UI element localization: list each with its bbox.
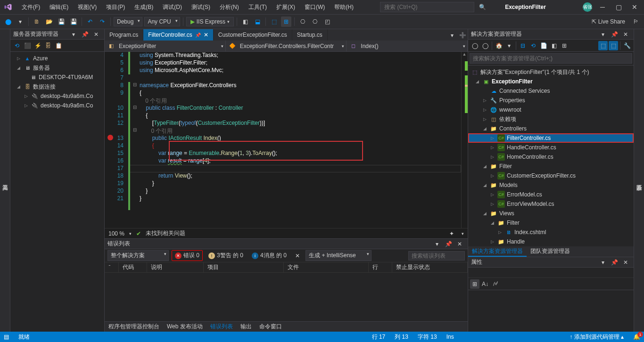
nav-project[interactable]: ◧ExceptionFilter	[105, 41, 226, 51]
redo-icon[interactable]: ↷	[97, 16, 107, 27]
save-all-icon[interactable]: 💾	[68, 16, 79, 27]
panel-dropdown-icon[interactable]: ▾	[598, 257, 608, 268]
status-source[interactable]: ↑ 添加到源代码管理 ▴	[570, 333, 624, 341]
sln-t2-icon[interactable]: ⊞	[560, 41, 569, 50]
maximize-button[interactable]: ▢	[613, 1, 624, 13]
col-line[interactable]: 行	[369, 262, 392, 272]
db-icon[interactable]: 🗄	[43, 41, 53, 50]
sln-models[interactable]: ◢📁Models	[468, 180, 634, 190]
sln-handlecontroller[interactable]: ▷C#HandleController.cs	[468, 143, 634, 152]
sln-root[interactable]: ⬚解决方案"ExceptionFilter"(1 个项目/共 1 个)	[468, 67, 634, 77]
sln-refresh-icon[interactable]: ⟲	[528, 41, 538, 50]
sln-errorvm[interactable]: ▷C#ErrorViewModel.cs	[468, 199, 634, 209]
build-filter-dropdown[interactable]: 生成 + IntelliSense	[305, 250, 372, 261]
clear-icon[interactable]: ✕	[292, 251, 303, 261]
config-dropdown[interactable]: Debug	[114, 17, 142, 26]
sln-errormodel[interactable]: ▷C#ErrorModel.cs	[468, 190, 634, 199]
props-cat-icon[interactable]: ⊞	[470, 279, 479, 289]
tab-startup[interactable]: Startup.cs	[292, 29, 328, 41]
menu-edit[interactable]: 编辑(E)	[46, 1, 72, 13]
live-share-button[interactable]: ⇱ Live Share	[588, 17, 629, 26]
nav-back-icon[interactable]: ⬤	[3, 16, 13, 27]
new-tab-icon[interactable]: ➕	[457, 30, 468, 41]
new-item-icon[interactable]: 🗎	[32, 16, 42, 27]
rtab-solution[interactable]: 解决方案资源管理器	[468, 246, 527, 257]
stop-icon[interactable]: ⬛	[23, 41, 32, 50]
sln-home-icon[interactable]: 🏠	[494, 41, 504, 50]
panel-pin-icon[interactable]: 📌	[609, 29, 619, 40]
menu-project[interactable]: 项目(P)	[102, 1, 129, 13]
scrollbar-overview[interactable]: ▲	[461, 52, 468, 228]
feedback-icon[interactable]: 🏳	[631, 16, 641, 27]
tree-data-conn[interactable]: ◢🗄数据连接	[10, 82, 104, 91]
tool-icon-4[interactable]: ⊞	[281, 16, 291, 27]
tool-icon-5[interactable]: ⎔	[297, 16, 308, 27]
warnings-filter[interactable]: !3警告 的 0	[206, 251, 246, 261]
panel-pin-icon[interactable]: 📌	[443, 239, 454, 249]
props-events-icon[interactable]: 🗲	[491, 279, 500, 289]
open-icon[interactable]: 📂	[44, 16, 54, 27]
tool-icon-2[interactable]: ⬓	[252, 16, 263, 27]
btab-pkg[interactable]: 程序包管理器控制台	[105, 322, 163, 332]
col-project[interactable]: 项目	[204, 262, 284, 272]
user-avatar[interactable]: 省张	[583, 2, 592, 12]
sln-controllers[interactable]: ◢📁Controllers	[468, 124, 634, 133]
tree-conn-2[interactable]: ▷🔌desktop-4tu9a6m.Co	[10, 101, 104, 110]
rtab-team[interactable]: 团队资源管理器	[527, 246, 574, 257]
global-search-input[interactable]	[380, 2, 474, 12]
sln-project[interactable]: ◢▣ExceptionFilter	[468, 77, 634, 86]
error-search-input[interactable]	[408, 251, 465, 261]
menu-build[interactable]: 生成(B)	[131, 1, 157, 13]
panel-pin-icon[interactable]: 📌	[80, 29, 90, 40]
tree-azure[interactable]: ▷▲Azure	[10, 54, 104, 63]
tree-conn-1[interactable]: ▷🔌desktop-4tu9a6m.Co	[10, 91, 104, 101]
sln-filtercontroller[interactable]: ▷C#FilterController.cs	[468, 133, 634, 143]
sln-filter-folder[interactable]: ◢📁Filter	[468, 162, 634, 171]
sln-homecontroller[interactable]: ▷C#HomeController.cs	[468, 152, 634, 162]
nav-fwd-icon[interactable]: ▾	[15, 16, 25, 27]
col-desc[interactable]: 说明	[147, 262, 204, 272]
sln-show-icon[interactable]: 📄	[539, 41, 548, 50]
tool-icon-3[interactable]: ⬚	[269, 16, 279, 27]
menu-help[interactable]: 帮助(H)	[330, 1, 357, 13]
sln-connected[interactable]: ☁Connected Services	[468, 86, 634, 96]
sln-collapse-icon[interactable]: ⊟	[518, 41, 528, 50]
code-editor[interactable]: 456789 101112 131415161718192021 ⊟ ⊟ ⊟ u…	[105, 52, 468, 228]
zoom-level[interactable]: 100 %	[108, 230, 124, 237]
col-state[interactable]: 禁止显示状态	[392, 262, 468, 272]
tree-desktop[interactable]: 🖥DESKTOP-4TU9A6M	[10, 73, 104, 82]
messages-filter[interactable]: i4消息 的 0	[249, 251, 289, 261]
tab-customerexception[interactable]: CustomerExceptionFilter.cs	[214, 29, 292, 41]
menu-file[interactable]: 文件(F)	[18, 1, 44, 13]
breakpoint-icon[interactable]	[107, 135, 113, 140]
run-button[interactable]: ▶ IIS Express ▾	[186, 17, 234, 26]
sln-customerfilter[interactable]: ▷C#CustomerExceptionFilter.cs	[468, 171, 634, 180]
btab-errors[interactable]: 错误列表	[206, 322, 237, 332]
tool-icon-1[interactable]: ◧	[240, 16, 250, 27]
sln-wwwroot[interactable]: ▷🌐wwwroot	[468, 105, 634, 114]
sln-filter1-icon[interactable]: ⬚	[598, 41, 608, 50]
menu-tools[interactable]: 工具(T)	[245, 1, 271, 13]
sln-sync-icon[interactable]: ▾	[504, 41, 514, 50]
tab-overflow-icon[interactable]: ▾	[447, 30, 457, 41]
panel-close-icon[interactable]: ✕	[620, 29, 631, 40]
solution-search-input[interactable]	[470, 53, 632, 64]
tool-icon-7[interactable]: ◰	[322, 16, 332, 27]
props-az-icon[interactable]: A↓	[480, 279, 490, 289]
close-button[interactable]: ✕	[629, 1, 640, 13]
panel-close-icon[interactable]: ✕	[620, 257, 631, 268]
save-icon[interactable]: 💾	[56, 16, 66, 27]
nav-member[interactable]: ◻Index()	[347, 41, 468, 51]
panel-close-icon[interactable]: ✕	[454, 239, 465, 249]
diagnostics-tab[interactable]: 诊断工具	[634, 29, 644, 332]
toolbox-tab[interactable]: 工具箱	[0, 29, 10, 332]
tab-filtercontroller[interactable]: FilterController.cs📌✕	[143, 29, 213, 41]
sln-view-filter[interactable]: ◢📁Filter	[468, 218, 634, 228]
add-icon[interactable]: ⚡	[33, 41, 42, 50]
sln-filter2-icon[interactable]: ⬚	[609, 41, 618, 50]
errors-filter[interactable]: ✕错误 0	[172, 250, 203, 261]
panel-close-icon[interactable]: ✕	[91, 29, 101, 40]
btab-output[interactable]: 输出	[237, 322, 256, 332]
col-icon[interactable]: ᐨ	[105, 262, 119, 272]
sln-properties[interactable]: ▷🔧Properties	[468, 96, 634, 105]
